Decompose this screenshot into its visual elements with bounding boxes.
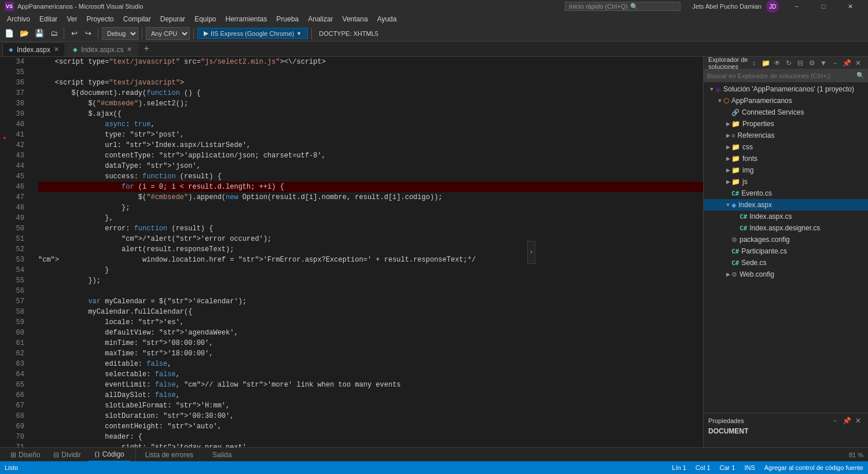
- tree-item-properties[interactable]: ▶📁Properties: [704, 118, 868, 130]
- se-new-folder-btn[interactable]: 📁: [760, 58, 771, 68]
- status-line: Lín 1: [672, 464, 686, 471]
- toolbar-sep-1: [64, 28, 64, 39]
- props-minimize-btn[interactable]: −: [830, 416, 840, 426]
- line-numbers: 3435363738394041424344454647484950515253…: [9, 57, 34, 447]
- search-placeholder: Inicio rápido (Ctrl+Q): [569, 3, 628, 10]
- status-add-control[interactable]: Agregar al control de código fuente: [764, 464, 863, 471]
- properties-document: DOCUMENT: [708, 427, 863, 435]
- se-collapse-btn[interactable]: ⊟: [795, 58, 806, 68]
- props-close-btn[interactable]: ✕: [853, 416, 863, 426]
- tree-item-index.aspx.cs[interactable]: C#Index.aspx.cs: [704, 211, 868, 222]
- solution-tree[interactable]: ▼◈Solución 'AppPanamericanos' (1 proyect…: [704, 82, 868, 413]
- tree-item-packages.config[interactable]: ⚙packages.config: [704, 234, 868, 245]
- se-pin-btn[interactable]: 📌: [841, 58, 852, 68]
- menu-depurar[interactable]: Depurar: [156, 13, 190, 25]
- toolbar-sep-2: [98, 28, 98, 39]
- solution-explorer-panel: Explorador de soluciones ↕ 📁 👁 ↻ ⊟ ⚙ ▼ −…: [703, 57, 868, 447]
- solution-explorer-search[interactable]: 🔍: [704, 69, 868, 82]
- tab-split[interactable]: ⊟ Dividir: [47, 448, 87, 462]
- undo-btn[interactable]: ↩: [68, 27, 80, 40]
- app-icon: VS: [5, 2, 14, 11]
- code-content[interactable]: <script type="text/javascript" src="js/s…: [34, 57, 703, 447]
- tree-item-fonts[interactable]: ▶📁fonts: [704, 153, 868, 164]
- tree-item-solución-'apppanamericanos'-(1-proyecto)[interactable]: ▼◈Solución 'AppPanamericanos' (1 proyect…: [704, 83, 868, 95]
- se-close-btn[interactable]: ✕: [853, 58, 863, 68]
- menu-prueba[interactable]: Prueba: [272, 13, 304, 25]
- tree-item-css[interactable]: ▶📁css: [704, 141, 868, 153]
- tab-code[interactable]: ⟨⟩ Código: [89, 448, 131, 462]
- tree-item-evento.cs[interactable]: C#Evento.cs: [704, 188, 868, 199]
- code-editor[interactable]: ● 34353637383940414243444546474849505152…: [0, 57, 703, 447]
- menu-ver[interactable]: Ver: [62, 13, 82, 25]
- run-button[interactable]: ▶ IIS Express (Google Chrome) ▼: [197, 28, 308, 39]
- props-pin-btn[interactable]: 📌: [841, 416, 852, 426]
- status-right: Lín 1 Col 1 Car 1 INS Agregar al control…: [672, 464, 863, 471]
- menu-ayuda[interactable]: Ayuda: [373, 13, 402, 25]
- se-refresh-btn[interactable]: ↻: [784, 58, 794, 68]
- tree-item-index.aspx[interactable]: ▼◆Index.aspx: [704, 199, 868, 211]
- toolbar-sep-4: [193, 28, 194, 39]
- user-name: Jets Abel Pucho Damian: [692, 3, 762, 10]
- se-filter-btn[interactable]: ▼: [818, 58, 829, 68]
- se-props-btn[interactable]: ⚙: [807, 58, 817, 68]
- new-tab-button[interactable]: +: [139, 42, 153, 56]
- tree-item-referencias[interactable]: ▶≡Referencias: [704, 130, 868, 141]
- status-col: Col 1: [696, 464, 711, 471]
- solution-search-input[interactable]: [707, 72, 854, 79]
- se-show-all-btn[interactable]: 👁: [772, 58, 782, 68]
- user-avatar: JD: [766, 0, 779, 13]
- minimize-button[interactable]: −: [784, 0, 810, 13]
- bottom-bar: ⊞ Diseño ⊟ Dividir ⟨⟩ Código Lista de er…: [0, 447, 868, 461]
- tree-item-apppanamericanos[interactable]: ▼⬡AppPanamericanos: [704, 95, 868, 106]
- run-icon: ▶: [204, 30, 208, 37]
- close-button[interactable]: ✕: [837, 0, 863, 13]
- menu-editar[interactable]: Editar: [35, 13, 62, 25]
- menu-bar: Archivo Editar Ver Proyecto Compilar Dep…: [0, 13, 868, 25]
- debug-config-dropdown[interactable]: Debug: [102, 27, 138, 40]
- status-ins: INS: [744, 464, 755, 471]
- toolbar: 📄 📂 💾 🗂 ↩ ↪ Debug Any CPU ▶ IIS Express …: [0, 25, 868, 42]
- menu-ventana[interactable]: Ventana: [338, 13, 373, 25]
- redo-btn[interactable]: ↪: [82, 27, 94, 40]
- menu-archivo[interactable]: Archivo: [2, 13, 35, 25]
- tab-output[interactable]: Salida: [208, 448, 237, 462]
- open-btn[interactable]: 📂: [17, 27, 31, 40]
- panel-toggle-btn[interactable]: ›: [527, 241, 535, 264]
- se-sync-btn[interactable]: ↕: [749, 58, 759, 68]
- menu-herramientas[interactable]: Herramientas: [221, 13, 272, 25]
- tree-item-js[interactable]: ▶📁js: [704, 176, 868, 188]
- run-label: IIS Express (Google Chrome): [211, 30, 294, 37]
- menu-compilar[interactable]: Compilar: [119, 13, 156, 25]
- menu-equipo[interactable]: Equipo: [190, 13, 220, 25]
- output-label: Salida: [212, 451, 231, 459]
- tab-close-index-aspx[interactable]: ✕: [54, 46, 59, 53]
- tree-item-sede.cs[interactable]: C#Sede.cs: [704, 257, 868, 269]
- save-btn[interactable]: 💾: [32, 27, 46, 40]
- tree-item-index.aspx.designer.cs[interactable]: C#Index.aspx.designer.cs: [704, 222, 868, 234]
- properties-controls: − 📌 ✕: [830, 416, 863, 426]
- split-label: Dividir: [61, 451, 80, 459]
- new-project-btn[interactable]: 📄: [2, 27, 16, 40]
- tab-label-index-cs: Index.aspx.cs: [81, 46, 123, 54]
- tree-item-web.config[interactable]: ▶⚙Web.config: [704, 269, 868, 280]
- menu-analizar[interactable]: Analizar: [303, 13, 337, 25]
- save-all-btn[interactable]: 🗂: [47, 27, 60, 40]
- tab-error-list[interactable]: Lista de errores: [141, 448, 198, 462]
- platform-dropdown[interactable]: Any CPU: [146, 27, 190, 40]
- code-icon: ⟨⟩: [94, 450, 100, 458]
- tab-design[interactable]: ⊞ Diseño: [5, 448, 46, 462]
- code-label: Código: [102, 450, 124, 458]
- status-bar: Listo Lín 1 Col 1 Car 1 INS Agregar al c…: [0, 461, 868, 474]
- tree-item-img[interactable]: ▶📁img: [704, 164, 868, 176]
- quick-launch-search[interactable]: Inicio rápido (Ctrl+Q) 🔍: [565, 2, 681, 11]
- status-ready: Listo: [5, 464, 18, 471]
- tab-close-index-cs[interactable]: ✕: [127, 46, 132, 53]
- solution-explorer-toolbar: ↕ 📁 👁 ↻ ⊟ ⚙ ▼ − 📌 ✕: [749, 58, 863, 68]
- tab-index-aspx-cs[interactable]: ◆ Index.aspx.cs ✕: [67, 42, 138, 56]
- se-minimize-btn[interactable]: −: [830, 58, 840, 68]
- tree-item-connected-services[interactable]: 🔗Connected Services: [704, 106, 868, 118]
- maximize-button[interactable]: □: [810, 0, 837, 13]
- menu-proyecto[interactable]: Proyecto: [82, 13, 118, 25]
- tab-index-aspx[interactable]: ◆ Index.aspx ✕: [2, 42, 65, 56]
- tree-item-participante.cs[interactable]: C#Participante.cs: [704, 245, 868, 257]
